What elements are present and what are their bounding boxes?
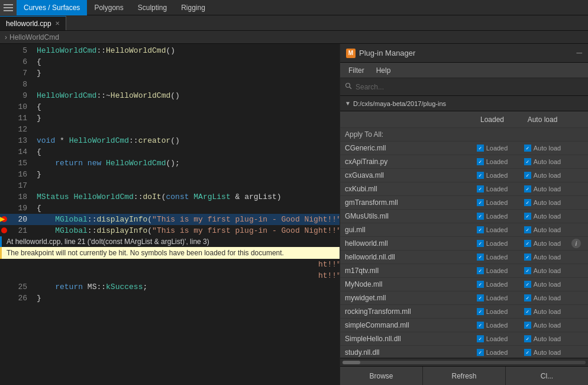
gutter-12	[0, 124, 8, 135]
plugin-loaded-col: Loaded	[469, 267, 516, 274]
loaded-checkbox[interactable]	[477, 335, 484, 342]
tooltip-line1: At helloworld.cpp, line 21 ('doIt(const …	[0, 236, 340, 247]
auto-load-text: Auto load	[534, 185, 561, 192]
browse-button[interactable]: Browse	[340, 367, 423, 385]
line-content-9: HelloWorldCmd::~HelloWorldCmd()	[32, 90, 340, 101]
menu-item-help[interactable]: Help	[371, 65, 396, 76]
maya-topbar-left: Curves / Surfaces Polygons Sculpting Rig…	[0, 0, 212, 15]
auto-load-checkbox[interactable]	[524, 349, 531, 356]
tooltip-text1: At helloworld.cpp, line 21 ('doIt(const …	[7, 238, 209, 246]
loaded-checkbox[interactable]	[477, 172, 484, 179]
line-content-18: MStatus HelloWorldCmd::doIt(const MArgLi…	[32, 191, 340, 203]
loaded-text: Loaded	[486, 349, 508, 356]
line-content-10: {	[32, 101, 340, 113]
auto-load-checkbox[interactable]	[524, 172, 531, 179]
gutter-8	[0, 79, 8, 90]
code-line-18: 18 MStatus HelloWorldCmd::doIt(const MAr…	[0, 191, 340, 203]
panel-close-button[interactable]: —	[576, 48, 582, 59]
close-button[interactable]: Cl...	[506, 367, 588, 385]
code-editor[interactable]: 5 HelloWorldCmd::HelloWorldCmd() 6 { 7 }…	[0, 44, 340, 385]
refresh-button[interactable]: Refresh	[423, 367, 506, 385]
loaded-checkbox[interactable]	[477, 281, 484, 288]
loaded-checkbox[interactable]	[477, 213, 484, 220]
scrollbar-thumb[interactable]	[343, 361, 360, 364]
loaded-checkbox[interactable]	[477, 349, 484, 356]
plugin-row: cxKubi.mllLoadedAuto load	[340, 182, 588, 196]
plugin-loaded-col: Loaded	[469, 322, 516, 329]
line-content-12	[32, 124, 340, 135]
auto-load-checkbox[interactable]	[524, 267, 531, 274]
auto-load-checkbox[interactable]	[524, 254, 531, 261]
loaded-checkbox[interactable]	[477, 254, 484, 261]
gutter-13	[0, 135, 8, 146]
loaded-checkbox[interactable]	[477, 199, 484, 206]
auto-load-checkbox[interactable]	[524, 226, 531, 233]
plugin-row: cxApiTrain.pyLoadedAuto load	[340, 155, 588, 169]
auto-load-checkbox[interactable]	[524, 158, 531, 165]
plugin-loaded-col: Loaded	[469, 158, 516, 165]
loaded-checkbox[interactable]	[477, 185, 484, 192]
plugin-row: m17qtv.mllLoadedAuto load	[340, 264, 588, 278]
plugin-loaded-col: Loaded	[469, 308, 516, 315]
loaded-checkbox[interactable]	[477, 322, 484, 329]
search-input[interactable]	[356, 83, 583, 91]
nav-item-curves-surfaces[interactable]: Curves / Surfaces	[17, 0, 87, 15]
loaded-checkbox[interactable]	[477, 267, 484, 274]
auto-load-checkbox[interactable]	[524, 294, 531, 301]
plugin-name: rockingTransform.mll	[345, 307, 469, 316]
nav-item-rigging[interactable]: Rigging	[174, 0, 212, 15]
line-num-20: 20	[8, 214, 32, 225]
gutter-15	[0, 158, 8, 169]
scrollbar-track	[343, 361, 586, 364]
loaded-checkbox[interactable]	[477, 226, 484, 233]
plugin-name: gmTransform.mll	[345, 198, 469, 207]
loaded-checkbox[interactable]	[477, 145, 484, 152]
tooltip-line2: The breakpoint will not currently be hit…	[0, 247, 340, 259]
nav-item-sculpting[interactable]: Sculpting	[131, 0, 174, 15]
auto-load-checkbox[interactable]	[524, 185, 531, 192]
plugin-row: SimpleHello.nll.dllLoadedAuto load	[340, 332, 588, 346]
auto-load-checkbox[interactable]	[524, 145, 531, 152]
line-num-22	[8, 259, 32, 270]
auto-load-checkbox[interactable]	[524, 199, 531, 206]
auto-load-checkbox[interactable]	[524, 322, 531, 329]
auto-load-text: Auto load	[534, 281, 561, 288]
plugin-row: MyNode.mllLoadedAuto load	[340, 278, 588, 291]
info-button[interactable]: i	[571, 239, 581, 248]
auto-load-checkbox[interactable]	[524, 240, 531, 247]
loaded-checkbox[interactable]	[477, 294, 484, 301]
nav-item-polygons[interactable]: Polygons	[87, 0, 130, 15]
code-lines: 5 HelloWorldCmd::HelloWorldCmd() 6 { 7 }…	[0, 44, 340, 304]
code-line-17: 17	[0, 180, 340, 191]
loaded-checkbox[interactable]	[477, 240, 484, 247]
hamburger-line	[4, 10, 13, 11]
plugin-loaded-col: Loaded	[469, 213, 516, 220]
svg-point-0	[346, 83, 350, 87]
auto-load-checkbox[interactable]	[524, 281, 531, 288]
plugin-auto-col: Auto load	[516, 213, 569, 220]
gutter-14	[0, 146, 8, 158]
auto-load-checkbox[interactable]	[524, 213, 531, 220]
loaded-text: Loaded	[486, 226, 508, 233]
auto-load-checkbox[interactable]	[524, 308, 531, 315]
line-num-25: 25	[8, 281, 32, 293]
tab-close-button[interactable]: ✕	[55, 20, 60, 27]
hamburger-menu-button[interactable]	[0, 0, 17, 15]
loaded-checkbox[interactable]	[477, 158, 484, 165]
auto-load-label: Auto load	[528, 116, 558, 124]
loaded-checkbox[interactable]	[477, 308, 484, 315]
auto-load-text: Auto load	[534, 226, 561, 233]
tab-helloworld-cpp[interactable]: helloworld.cpp ✕	[0, 16, 66, 30]
code-line-7: 7 }	[0, 68, 340, 79]
plugin-auto-col: Auto load	[516, 185, 569, 192]
menu-item-filter[interactable]: Filter	[344, 65, 369, 76]
plugin-loaded-col: Loaded	[469, 240, 516, 247]
auto-load-checkbox[interactable]	[524, 335, 531, 342]
plugin-row: helloworld.mllLoadedAuto loadi	[340, 237, 588, 251]
loaded-text: Loaded	[486, 281, 508, 288]
plugin-scrollbar[interactable]	[340, 358, 588, 366]
gutter-16	[0, 169, 8, 180]
code-line-12: 12	[0, 124, 340, 135]
plugin-loaded-col: Loaded	[469, 145, 516, 152]
plugin-auto-col: Auto load	[516, 267, 569, 274]
